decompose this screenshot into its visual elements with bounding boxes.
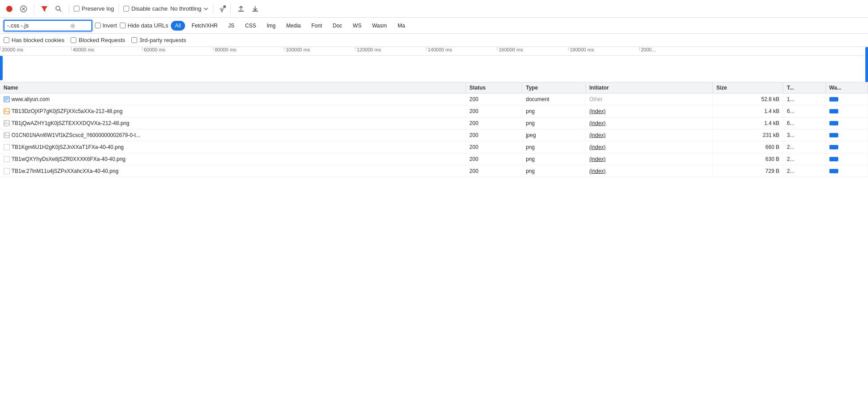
hide-data-urls-label[interactable]: Hide data URLs	[120, 22, 169, 29]
divider-1	[34, 4, 34, 14]
cell-size: 1.4 kB	[713, 105, 783, 117]
stop-button[interactable]	[18, 3, 29, 15]
cell-size: 1.4 kB	[713, 117, 783, 129]
filter-input[interactable]	[7, 22, 69, 29]
hide-data-urls-checkbox[interactable]	[120, 23, 126, 28]
disable-cache-checkbox[interactable]	[123, 6, 129, 12]
svg-line-6	[59, 10, 61, 12]
svg-rect-8	[238, 11, 244, 12]
header-type[interactable]: Type	[522, 82, 585, 94]
cell-initiator[interactable]: (index)	[586, 129, 713, 141]
table-row[interactable]: TB13DzOjXP7gK0jSZFjXXc5aXXa-212-48.png20…	[0, 105, 868, 117]
tick-100000: 100000 ms	[284, 47, 355, 52]
cell-name: TB1wQXYhyDsXe8jSZR0XXXK6FXa-40-40.png	[0, 153, 466, 165]
initiator-link[interactable]: (index)	[589, 120, 606, 126]
invert-checkbox[interactable]	[95, 23, 101, 28]
cell-type: png	[522, 141, 585, 153]
cell-initiator[interactable]: (index)	[586, 165, 713, 177]
cell-initiator[interactable]: (index)	[586, 153, 713, 165]
table-row[interactable]: TB1jQwAZHY1gK0jSZTEXXXDQVXa-212-48.png20…	[0, 117, 868, 129]
initiator-link[interactable]: (index)	[589, 144, 606, 150]
cell-type: document	[522, 94, 585, 105]
svg-point-17	[5, 121, 6, 123]
has-blocked-cookies-label[interactable]: Has blocked cookies	[4, 37, 64, 43]
third-party-label[interactable]: 3rd-party requests	[131, 37, 186, 43]
chip-ws[interactable]: WS	[349, 21, 365, 31]
has-blocked-cookies-checkbox[interactable]	[4, 37, 9, 43]
cell-time: 2...	[783, 153, 825, 165]
initiator-link[interactable]: (index)	[589, 132, 606, 138]
table-row[interactable]: TB1wQXYhyDsXe8jSZR0XXXK6FXa-40-40.png200…	[0, 153, 868, 165]
initiator-link[interactable]: (index)	[589, 108, 606, 114]
invert-label[interactable]: Invert	[95, 22, 117, 29]
divider-4	[213, 4, 213, 14]
cell-initiator[interactable]: (index)	[586, 141, 713, 153]
cell-initiator[interactable]: (index)	[586, 117, 713, 129]
header-size[interactable]: Size	[713, 82, 783, 94]
filter-button[interactable]	[39, 3, 50, 15]
download-button[interactable]	[249, 3, 261, 15]
chip-css[interactable]: CSS	[241, 21, 260, 31]
svg-rect-16	[4, 121, 9, 126]
table-row[interactable]: TB1w.27lnM11u4jSZPxXXahcXXa-40-40.png200…	[0, 165, 868, 177]
record-button[interactable]	[4, 3, 15, 15]
timeline-scroll-thumb[interactable]	[865, 47, 868, 82]
waterfall-bar	[829, 109, 838, 113]
waterfall-bar	[829, 157, 838, 161]
chip-img[interactable]: Img	[263, 21, 280, 31]
initiator-link[interactable]: (index)	[589, 156, 606, 162]
timeline-ruler: 20000 ms 40000 ms 60000 ms 80000 ms 1000…	[0, 47, 868, 56]
cell-waterfall	[825, 105, 868, 117]
table-row[interactable]: www.aliyun.com200documentOther52.8 kB1..…	[0, 94, 868, 105]
preserve-log-checkbox[interactable]	[74, 6, 79, 12]
header-time[interactable]: T...	[783, 82, 825, 94]
chip-font[interactable]: Font	[308, 21, 326, 31]
request-name: www.aliyun.com	[12, 96, 50, 102]
timeline-area: 20000 ms 40000 ms 60000 ms 80000 ms 1000…	[0, 47, 868, 82]
divider-5	[230, 4, 231, 14]
cell-type: png	[522, 117, 585, 129]
chip-manifest[interactable]: Ma	[394, 21, 409, 31]
tick-80000: 80000 ms	[213, 47, 284, 52]
tick-120000: 120000 ms	[355, 47, 426, 52]
waterfall-bar-wrap	[829, 96, 864, 103]
preserve-log-label[interactable]: Preserve log	[74, 5, 114, 12]
header-waterfall[interactable]: Wa...	[825, 82, 868, 94]
cell-initiator[interactable]: (index)	[586, 105, 713, 117]
cell-size: 729 B	[713, 165, 783, 177]
table-row[interactable]: O1CN01NAnI6W1Vf1kZScscd_!!6000000002679-…	[0, 129, 868, 141]
search-button[interactable]	[53, 3, 64, 15]
chip-wasm[interactable]: Wasm	[368, 21, 391, 31]
chip-doc[interactable]: Doc	[329, 21, 346, 31]
blocked-requests-checkbox[interactable]	[71, 37, 76, 43]
wifi-settings-icon[interactable]	[218, 5, 226, 13]
table-row[interactable]: TB1Kgm6U1H2gK0jSZJnXXaT1FXa-40-40.png200…	[0, 141, 868, 153]
header-initiator[interactable]: Initiator	[586, 82, 713, 94]
blocked-requests-label[interactable]: Blocked Requests	[71, 37, 125, 43]
clear-filter-icon[interactable]: ⊗	[69, 22, 76, 29]
waterfall-bar-wrap	[829, 168, 864, 175]
chip-media[interactable]: Media	[282, 21, 305, 31]
cell-waterfall	[825, 117, 868, 129]
third-party-checkbox[interactable]	[131, 37, 137, 43]
tick-40000: 40000 ms	[71, 47, 142, 52]
tick-200000: 2000...	[639, 47, 710, 52]
timeline-scrollbar[interactable]	[865, 47, 868, 82]
chip-fetch-xhr[interactable]: Fetch/XHR	[188, 21, 222, 31]
cell-waterfall	[825, 94, 868, 105]
chip-js[interactable]: JS	[224, 21, 238, 31]
upload-button[interactable]	[235, 3, 247, 15]
divider-2	[69, 4, 69, 14]
svg-marker-4	[41, 6, 47, 12]
cell-size: 231 kB	[713, 129, 783, 141]
chip-all[interactable]: All	[171, 21, 185, 31]
initiator-link[interactable]: (index)	[589, 168, 606, 174]
throttle-select[interactable]: No throttling	[170, 5, 209, 12]
waterfall-bar	[829, 97, 838, 102]
disable-cache-label[interactable]: Disable cache	[123, 5, 168, 12]
has-blocked-cookies-text: Has blocked cookies	[12, 37, 64, 43]
header-status[interactable]: Status	[466, 82, 522, 94]
request-name: O1CN01NAnI6W1Vf1kZScscd_!!6000000002679-…	[12, 132, 140, 138]
header-name[interactable]: Name	[0, 82, 466, 94]
svg-point-5	[56, 6, 60, 10]
